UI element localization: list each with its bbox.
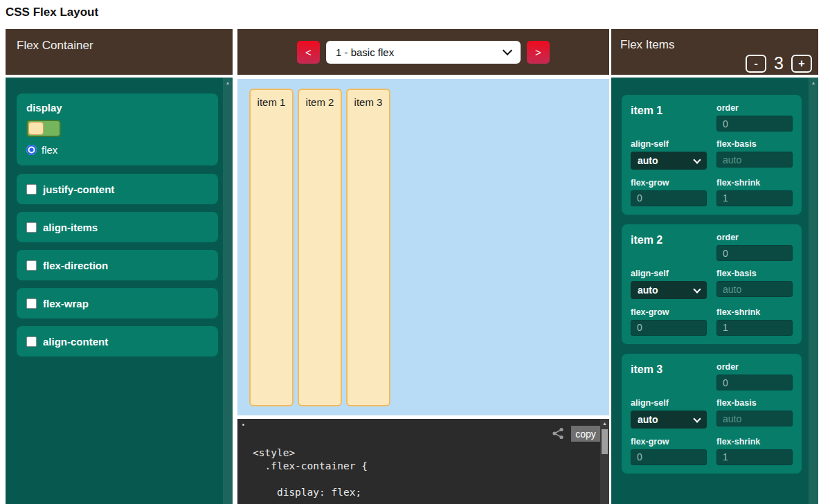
order-label: order: [716, 362, 793, 372]
flex-wrap-checkbox[interactable]: [26, 298, 37, 309]
item-1-title: item 1: [631, 103, 707, 132]
align-self-select[interactable]: auto: [631, 411, 707, 429]
flex-items-header: Flex Items - 3 +: [611, 29, 818, 75]
item-3-title: item 3: [631, 362, 707, 390]
scroll-up-icon[interactable]: ▲: [600, 419, 609, 426]
property-card-justify-content[interactable]: justify-content: [17, 174, 218, 204]
property-card-flex-wrap[interactable]: flex-wrap: [17, 288, 218, 318]
item-count: 3: [774, 53, 784, 73]
chevron-down-icon: [693, 156, 701, 163]
order-input[interactable]: [716, 116, 793, 132]
flex-wrap-label: flex-wrap: [43, 298, 89, 309]
align-self-label: align-self: [631, 139, 707, 149]
flex-basis-label: flex-basis: [716, 139, 793, 149]
flex-grow-input[interactable]: [631, 190, 707, 206]
align-self-label: align-self: [631, 398, 707, 408]
share-icon[interactable]: [551, 426, 565, 440]
align-self-label: align-self: [631, 269, 707, 278]
page-title: CSS Flex Layout: [6, 6, 98, 19]
flex-container-panel: display flex justify-content align-items…: [6, 78, 233, 504]
scroll-thumb[interactable]: [602, 429, 608, 454]
align-self-value: auto: [638, 285, 658, 296]
flex-basis-input[interactable]: [716, 281, 793, 297]
order-input[interactable]: [716, 375, 793, 390]
flex-basis-input[interactable]: [716, 411, 793, 426]
chevron-down-icon: [693, 285, 701, 293]
add-item-button[interactable]: +: [791, 55, 812, 73]
flex-item-2[interactable]: item 2: [298, 89, 342, 406]
flex-grow-input[interactable]: [631, 320, 707, 336]
flex-direction-label: flex-direction: [43, 260, 108, 271]
flex-grow-label: flex-grow: [631, 307, 707, 317]
order-input[interactable]: [716, 245, 793, 261]
display-card: display flex: [17, 93, 218, 165]
order-label: order: [716, 233, 793, 242]
code-panel: copy <style> .flex-container { display: …: [237, 419, 609, 504]
flex-grow-input[interactable]: [631, 449, 707, 465]
flex-basis-input[interactable]: [716, 152, 793, 168]
flex-items-panel: item 1 order align-self auto flex-basis …: [611, 78, 818, 504]
item-2-card: item 2 order align-self auto flex-basis …: [622, 224, 802, 344]
flex-container-title: Flex Container: [17, 39, 93, 52]
align-content-checkbox[interactable]: [26, 336, 37, 347]
flex-radio[interactable]: [26, 145, 37, 155]
item-3-card: item 3 order align-self auto flex-basis …: [622, 354, 802, 474]
flex-items-title: Flex Items: [620, 38, 674, 52]
code-scrollbar[interactable]: ▲: [600, 419, 609, 504]
flex-shrink-input[interactable]: [716, 320, 793, 336]
align-content-label: align-content: [43, 336, 108, 348]
scroll-up-icon[interactable]: ▲: [809, 78, 818, 85]
left-panel-scrollbar[interactable]: ▲: [223, 78, 233, 504]
example-selector-bar: < 1 - basic flex >: [237, 29, 609, 75]
align-items-checkbox[interactable]: [26, 222, 37, 233]
flex-grow-label: flex-grow: [631, 178, 707, 188]
flex-container-preview: item 1 item 2 item 3: [237, 79, 609, 415]
property-card-align-items[interactable]: align-items: [17, 212, 218, 242]
align-self-select[interactable]: auto: [631, 152, 707, 170]
toggle-knob: [28, 122, 44, 135]
align-self-value: auto: [638, 155, 658, 166]
item-1-card: item 1 order align-self auto flex-basis …: [622, 95, 802, 215]
chevron-down-icon: [503, 45, 512, 55]
flex-shrink-input[interactable]: [716, 449, 793, 465]
align-self-select[interactable]: auto: [631, 281, 707, 299]
flex-item-1[interactable]: item 1: [249, 89, 294, 406]
right-panel-scrollbar[interactable]: ▲: [809, 78, 818, 504]
prev-example-button[interactable]: <: [297, 41, 320, 64]
next-example-button[interactable]: >: [527, 41, 550, 64]
order-label: order: [716, 103, 793, 113]
flex-shrink-label: flex-shrink: [716, 437, 793, 447]
property-card-align-content[interactable]: align-content: [17, 326, 218, 357]
example-select-value: 1 - basic flex: [336, 46, 394, 58]
item-2-title: item 2: [631, 233, 707, 261]
chevron-down-icon: [693, 415, 701, 422]
remove-item-button[interactable]: -: [746, 55, 766, 73]
cursor-dot: [242, 424, 244, 426]
css-code: <style> .flex-container { display: flex;: [253, 447, 368, 499]
flex-basis-label: flex-basis: [716, 269, 793, 278]
align-self-value: auto: [638, 414, 658, 425]
flex-basis-label: flex-basis: [716, 398, 793, 408]
justify-content-label: justify-content: [43, 183, 114, 195]
copy-button[interactable]: copy: [571, 426, 600, 442]
flex-shrink-input[interactable]: [716, 190, 793, 206]
align-items-label: align-items: [43, 222, 98, 233]
flex-grow-label: flex-grow: [631, 437, 707, 447]
flex-shrink-label: flex-shrink: [716, 178, 793, 188]
display-toggle[interactable]: [26, 120, 61, 137]
display-label: display: [26, 102, 208, 114]
flex-shrink-label: flex-shrink: [716, 307, 793, 317]
justify-content-checkbox[interactable]: [26, 184, 37, 195]
example-select[interactable]: 1 - basic flex: [326, 41, 521, 64]
flex-radio-label: flex: [42, 144, 57, 156]
scroll-up-icon[interactable]: ▲: [223, 78, 233, 85]
flex-container-header: Flex Container: [6, 29, 233, 75]
flex-direction-checkbox[interactable]: [26, 260, 37, 271]
property-card-flex-direction[interactable]: flex-direction: [17, 250, 218, 280]
flex-item-3[interactable]: item 3: [346, 89, 390, 406]
